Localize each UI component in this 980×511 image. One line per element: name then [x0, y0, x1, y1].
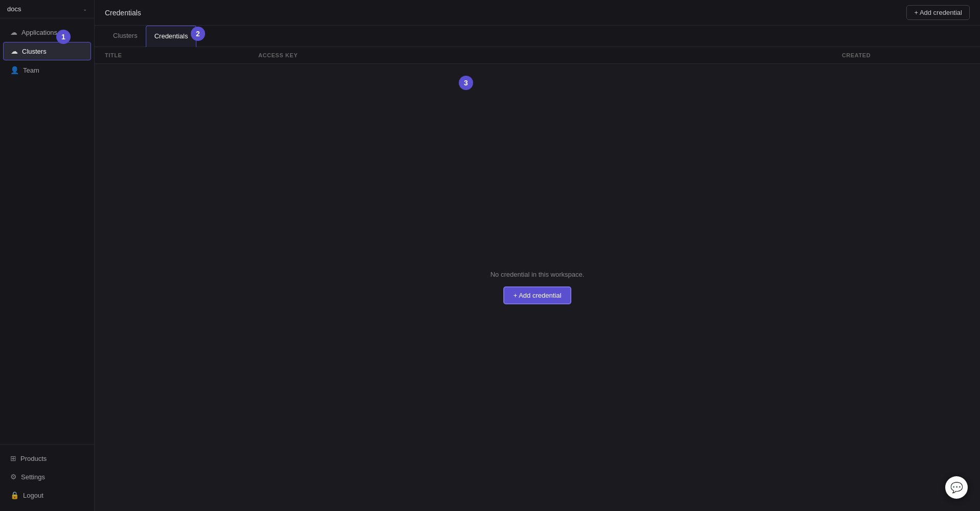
col-header-created: CREATED — [842, 52, 970, 58]
lock-icon: 🔒 — [10, 491, 19, 499]
workspace-selector[interactable]: docs ⌄ — [0, 0, 94, 18]
sidebar-item-settings[interactable]: ⚙ Settings — [3, 468, 91, 485]
add-credential-button-center[interactable]: + Add credential — [503, 286, 572, 304]
gear-icon: ⚙ — [10, 473, 17, 481]
page-title: Credentials — [105, 9, 141, 17]
main-content: Credentials + Add credential Clusters Cr… — [95, 0, 980, 511]
sidebar-item-label: Team — [23, 66, 39, 74]
table-header: TITLE ACCESS KEY CREATED — [95, 47, 980, 64]
sidebar-item-label: Products — [20, 455, 47, 462]
sidebar-item-logout[interactable]: 🔒 Logout — [3, 486, 91, 504]
empty-message: No credential in this workspace. — [491, 271, 585, 278]
sidebar-item-label: Settings — [21, 473, 45, 481]
workspace-name: docs — [7, 5, 21, 13]
chat-button[interactable]: 💬 — [945, 476, 968, 499]
sidebar-item-label: Applications — [21, 29, 57, 36]
sidebar-item-products[interactable]: ⊞ Products — [3, 450, 91, 467]
tabs: Clusters Credentials — [95, 26, 980, 47]
chevron-down-icon: ⌄ — [83, 6, 87, 12]
grid-icon: ⊞ — [10, 454, 16, 462]
sidebar-item-label: Clusters — [22, 48, 47, 55]
cloud-icon: ☁ — [10, 28, 17, 36]
sidebar-item-team[interactable]: 👤 Team — [3, 61, 91, 79]
sidebar-item-clusters[interactable]: ☁ Clusters — [3, 42, 91, 60]
cluster-icon: ☁ — [11, 47, 18, 55]
sidebar: docs ⌄ ☁ Applications ☁ Clusters 👤 Team … — [0, 0, 95, 511]
col-header-access-key: ACCESS KEY — [258, 52, 842, 58]
tab-clusters[interactable]: Clusters — [105, 26, 146, 47]
sidebar-item-applications[interactable]: ☁ Applications — [3, 24, 91, 41]
team-icon: 👤 — [10, 66, 19, 74]
sidebar-nav: ☁ Applications ☁ Clusters 👤 Team — [0, 18, 94, 444]
col-header-title: TITLE — [105, 52, 258, 58]
sidebar-item-label: Logout — [23, 492, 43, 499]
add-credential-button-top[interactable]: + Add credential — [906, 5, 970, 20]
chat-icon: 💬 — [950, 481, 963, 494]
sidebar-bottom: ⊞ Products ⚙ Settings 🔒 Logout — [0, 444, 94, 511]
empty-state: No credential in this workspace. + Add c… — [95, 64, 980, 511]
tab-credentials[interactable]: Credentials — [146, 26, 197, 47]
topbar: Credentials + Add credential — [95, 0, 980, 26]
